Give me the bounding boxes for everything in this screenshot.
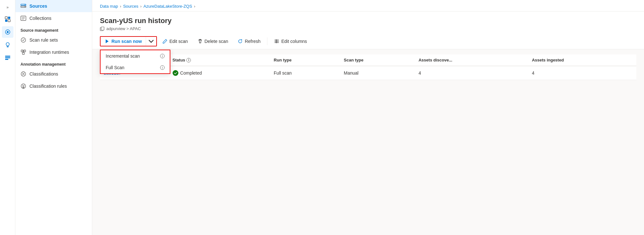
svg-point-12 (25, 6, 25, 7)
icon-bar: » (0, 0, 15, 235)
source-management-label: Source management (15, 24, 92, 34)
table-row: 2a611d7 Completed Ful (100, 66, 636, 80)
svg-rect-0 (5, 17, 7, 19)
copy-icon (100, 27, 104, 31)
sidebar: Sources Collections Source management Sc… (15, 0, 92, 235)
col-header-scan-type: Scan type (340, 54, 415, 66)
table-header-row: Scan ID Status i Run type Scan type (100, 54, 636, 66)
full-scan-option[interactable]: Full Scan i (101, 62, 170, 73)
run-scan-dropdown-container: Run scan now Incremental scan i Full Sca… (100, 36, 157, 46)
status-badge: Completed (173, 70, 266, 76)
sidebar-item-classification-rules[interactable]: Classification rules (15, 80, 92, 92)
status-dot-completed (173, 70, 178, 76)
cell-status: Completed (169, 66, 270, 80)
sidebar-item-sources[interactable]: Sources (15, 0, 92, 12)
dropdown-menu: Incremental scan i Full Scan i (100, 50, 170, 74)
expand-icon[interactable]: » (6, 3, 9, 12)
svg-rect-17 (22, 53, 24, 54)
svg-point-20 (23, 87, 24, 88)
cell-scan-type: Manual (340, 66, 415, 80)
content-area: Scan ID Status i Run type Scan type (92, 49, 644, 85)
edit-scan-button[interactable]: Edit scan (158, 36, 192, 46)
toolbar: Run scan now Incremental scan i Full Sca… (92, 34, 644, 49)
breadcrumb-sep-1: › (120, 4, 121, 9)
edit-icon (162, 39, 167, 44)
nav-icon-management[interactable] (2, 52, 13, 63)
col-header-run-type: Run type (270, 54, 340, 66)
cell-assets-ingested: 4 (528, 66, 636, 80)
breadcrumb: Data map › Sources › AzureDataLakeStore-… (92, 0, 644, 12)
delete-scan-button[interactable]: Delete scan (193, 36, 232, 46)
svg-rect-7 (5, 57, 10, 58)
col-header-status: Status i (169, 54, 270, 66)
breadcrumb-datamap[interactable]: Data map (100, 4, 118, 9)
nav-icon-datamap[interactable] (2, 13, 13, 25)
play-icon (104, 39, 110, 44)
breadcrumb-store[interactable]: AzureDataLakeStore-ZQS (143, 4, 192, 9)
svg-rect-22 (101, 27, 104, 30)
svg-point-5 (7, 31, 9, 33)
breadcrumb-sep-3: › (194, 4, 195, 9)
svg-rect-3 (8, 20, 10, 22)
col-header-assets-discovered: Assets discove... (415, 54, 528, 66)
sidebar-item-classifications[interactable]: Classifications (15, 68, 92, 80)
main-content: Data map › Sources › AzureDataLakeStore-… (92, 0, 644, 235)
chevron-down-icon (149, 39, 154, 44)
cell-run-type: Full scan (270, 66, 340, 80)
refresh-button[interactable]: Refresh (233, 36, 265, 46)
svg-rect-8 (5, 59, 8, 60)
svg-rect-1 (8, 17, 10, 19)
delete-icon (198, 39, 203, 44)
page-subtitle: adpurview > APAC (100, 26, 636, 31)
annotation-management-label: Annotation management (15, 58, 92, 68)
full-scan-info-icon[interactable]: i (160, 65, 165, 70)
svg-point-14 (21, 38, 26, 42)
columns-icon (274, 39, 279, 44)
checkmark-icon (174, 71, 177, 75)
col-header-assets-ingested: Assets ingested (528, 54, 636, 66)
sidebar-item-scan-rule-sets[interactable]: Scan rule sets (15, 34, 92, 46)
breadcrumb-sources[interactable]: Sources (123, 4, 138, 9)
page-title: Scan-yUS run history (100, 17, 636, 25)
run-scan-dropdown-button[interactable] (146, 37, 156, 46)
svg-marker-23 (106, 39, 109, 43)
incremental-scan-option[interactable]: Incremental scan i (101, 50, 170, 62)
nav-icon-insights[interactable] (2, 39, 13, 51)
svg-point-11 (25, 4, 25, 5)
toolbar-divider (267, 37, 267, 45)
refresh-icon (238, 39, 243, 44)
page-header: Scan-yUS run history adpurview > APAC (92, 12, 644, 34)
scan-history-table: Scan ID Status i Run type Scan type (100, 54, 636, 80)
edit-columns-button[interactable]: Edit columns (270, 36, 311, 46)
breadcrumb-sep-2: › (140, 4, 142, 9)
status-info-icon[interactable]: i (186, 58, 191, 62)
run-scan-now-button[interactable]: Run scan now (101, 37, 146, 46)
svg-rect-6 (5, 56, 10, 57)
incremental-scan-info-icon[interactable]: i (160, 54, 165, 58)
sidebar-item-integration-runtimes[interactable]: Integration runtimes (15, 46, 92, 58)
svg-rect-2 (5, 20, 7, 22)
nav-icon-sources[interactable] (2, 26, 13, 38)
sidebar-item-collections[interactable]: Collections (15, 12, 92, 24)
cell-assets-discovered: 4 (415, 66, 528, 80)
